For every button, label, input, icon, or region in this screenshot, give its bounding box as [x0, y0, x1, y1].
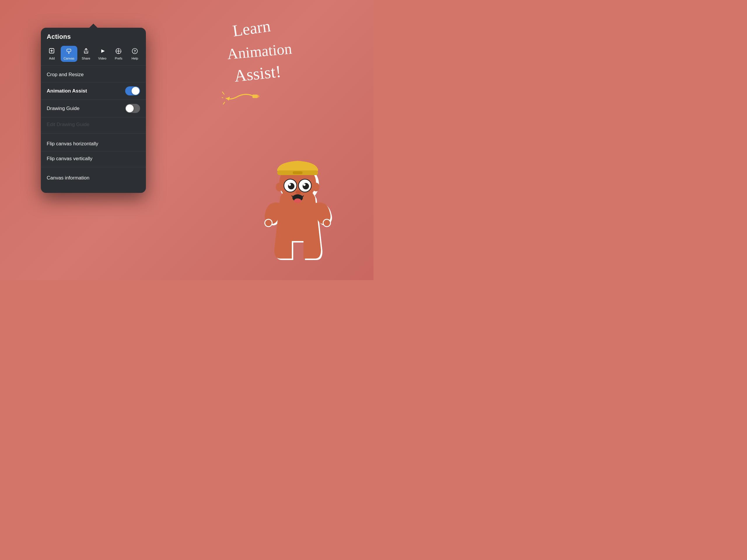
- flip-horizontal-label: Flip canvas horizontally: [47, 141, 98, 147]
- prefs-icon: [115, 48, 122, 55]
- svg-marker-5: [101, 49, 105, 53]
- actions-panel: Actions Add Canvas: [41, 28, 146, 193]
- drawing-guide-toggle[interactable]: [125, 104, 140, 113]
- menu-item-edit-drawing-guide[interactable]: Edit Drawing Guide: [41, 117, 146, 132]
- panel-header: Actions: [41, 28, 146, 44]
- toggle-knob-on: [132, 87, 139, 95]
- menu-item-crop-resize[interactable]: Crop and Resize: [41, 68, 146, 82]
- menu-section: Crop and Resize Animation Assist Drawing…: [41, 66, 146, 187]
- menu-item-flip-vertical[interactable]: Flip canvas vertically: [41, 151, 146, 166]
- tab-add-label: Add: [49, 57, 55, 60]
- tab-prefs-label: Prefs: [115, 57, 122, 60]
- menu-item-animation-assist[interactable]: Animation Assist: [41, 82, 146, 100]
- canvas-info-label: Canvas information: [47, 175, 89, 181]
- panel-title: Actions: [47, 33, 71, 40]
- tab-help[interactable]: ? Help: [127, 46, 143, 62]
- menu-item-canvas-info[interactable]: Canvas information: [41, 171, 146, 185]
- help-icon: ?: [131, 48, 138, 55]
- separator-1: [41, 133, 146, 134]
- tab-canvas-label: Canvas: [63, 57, 74, 60]
- edit-drawing-guide-label: Edit Drawing Guide: [47, 122, 89, 127]
- separator-2: [41, 168, 146, 168]
- tab-add[interactable]: Add: [44, 46, 59, 62]
- share-icon: [83, 48, 89, 55]
- toggle-knob-off: [126, 104, 134, 112]
- tab-video-label: Video: [98, 57, 106, 60]
- tab-help-label: Help: [132, 57, 138, 60]
- flip-vertical-label: Flip canvas vertically: [47, 156, 93, 161]
- svg-point-3: [68, 53, 70, 54]
- add-icon: [48, 48, 55, 55]
- tab-prefs[interactable]: Prefs: [111, 46, 126, 62]
- tab-bar: Add Canvas Share: [41, 44, 146, 66]
- animation-assist-toggle[interactable]: [125, 86, 140, 96]
- video-icon: [99, 48, 106, 55]
- drawing-guide-label: Drawing Guide: [47, 106, 79, 111]
- animation-assist-label: Animation Assist: [47, 88, 87, 94]
- tab-share[interactable]: Share: [78, 46, 94, 62]
- crop-resize-label: Crop and Resize: [47, 72, 84, 77]
- svg-text:?: ?: [134, 49, 136, 53]
- tab-video[interactable]: Video: [95, 46, 110, 62]
- menu-item-drawing-guide[interactable]: Drawing Guide: [41, 100, 146, 117]
- tab-share-label: Share: [82, 57, 90, 60]
- tab-canvas[interactable]: Canvas: [61, 46, 77, 62]
- menu-item-flip-horizontal[interactable]: Flip canvas horizontally: [41, 136, 146, 151]
- canvas-icon: [66, 48, 72, 55]
